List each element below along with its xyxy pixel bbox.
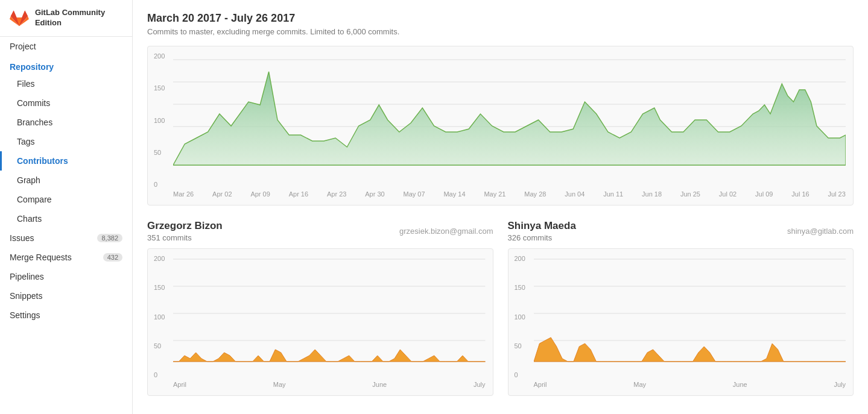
contributor-email-0: grzesiek.bizon@gmail.com (399, 227, 493, 236)
sidebar-item-compare[interactable]: Compare (0, 190, 132, 209)
contributor-1-x-labels: April May June July (534, 381, 846, 388)
sidebar: GitLab Community Edition Project Reposit… (0, 0, 133, 414)
contributor-commits-1: 326 commits (508, 233, 576, 242)
contributor-1-svg (534, 256, 846, 377)
contributor-chart-0: 200 150 100 50 0 (147, 248, 493, 396)
sidebar-item-tags[interactable]: Tags (0, 132, 132, 151)
contributor-commits-0: 351 commits (147, 233, 223, 242)
sidebar-item-commits[interactable]: Commits (0, 93, 132, 113)
contributor-name-0: Grzegorz Bizon (147, 220, 223, 232)
sidebar-item-files[interactable]: Files (0, 74, 132, 93)
page-title: March 20 2017 - July 26 2017 (147, 12, 854, 25)
sidebar-item-issues[interactable]: Issues 8,382 (0, 228, 132, 248)
issues-badge: 8,382 (97, 234, 122, 242)
sidebar-item-contributors[interactable]: Contributors (0, 151, 132, 171)
merge-requests-badge: 432 (103, 253, 122, 262)
sidebar-item-merge-requests[interactable]: Merge Requests 432 (0, 248, 132, 267)
main-chart: 200 150 100 50 0 (147, 46, 854, 205)
contributor-1-svg-wrapper (534, 256, 846, 378)
app-name-text: GitLab Community Edition (35, 8, 122, 28)
contributor-email-1: shinya@gitlab.com (787, 227, 854, 236)
contributor-chart-1: 200 150 100 50 0 (508, 248, 854, 396)
contributor-card-0: Grzegorz Bizon 351 commits grzesiek.bizo… (147, 220, 493, 396)
contributors-grid: Grzegorz Bizon 351 commits grzesiek.bizo… (147, 220, 854, 396)
sidebar-section-repository: Repository (0, 56, 132, 74)
app-logo: GitLab Community Edition (0, 0, 132, 37)
sidebar-item-branches[interactable]: Branches (0, 113, 132, 132)
main-chart-y-axis: 200 150 100 50 0 (154, 52, 165, 188)
sidebar-item-snippets[interactable]: Snippets (0, 286, 132, 306)
sidebar-item-pipelines[interactable]: Pipelines (0, 267, 132, 286)
contributor-1-y-axis: 200 150 100 50 0 (515, 255, 525, 378)
main-chart-x-labels: Mar 26 Apr 02 Apr 09 Apr 16 Apr 23 Apr 3… (173, 190, 846, 198)
sidebar-item-charts[interactable]: Charts (0, 209, 132, 228)
main-content: March 20 2017 - July 26 2017 Commits to … (133, 0, 868, 414)
contributor-card-1: Shinya Maeda 326 commits shinya@gitlab.c… (508, 220, 854, 396)
page-subtitle: Commits to master, excluding merge commi… (147, 27, 854, 36)
sidebar-item-graph[interactable]: Graph (0, 171, 132, 190)
contributor-0-svg-wrapper (173, 256, 486, 378)
main-chart-svg-wrapper (173, 54, 846, 188)
main-chart-svg (173, 54, 846, 186)
contributor-0-svg (173, 256, 486, 377)
contributor-meta-0: Grzegorz Bizon 351 commits grzesiek.bizo… (147, 220, 493, 242)
contributor-name-1: Shinya Maeda (508, 220, 576, 232)
contributor-0-y-axis: 200 150 100 50 0 (154, 255, 165, 378)
contributor-0-x-labels: April May June July (173, 381, 486, 388)
sidebar-item-settings[interactable]: Settings (0, 306, 132, 325)
gitlab-logo-icon (10, 7, 29, 29)
contributor-meta-1: Shinya Maeda 326 commits shinya@gitlab.c… (508, 220, 854, 242)
sidebar-item-project[interactable]: Project (0, 37, 132, 56)
